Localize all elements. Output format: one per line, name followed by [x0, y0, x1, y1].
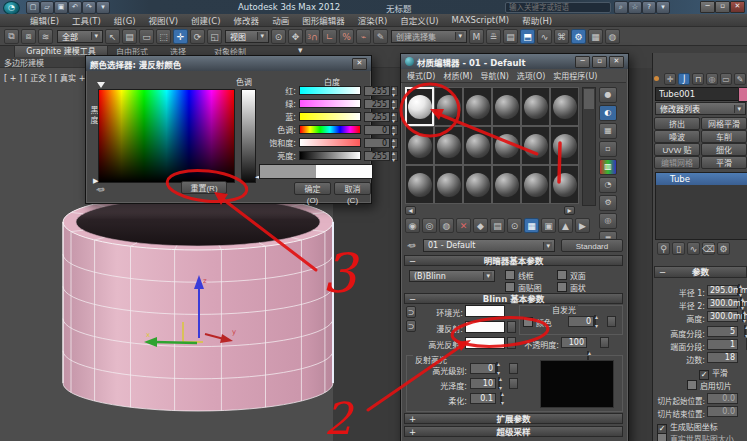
red-value[interactable]: 255 — [364, 86, 390, 96]
curve-editor-icon[interactable]: ∿ — [537, 29, 552, 44]
help-dropdown-icon[interactable]: ▾ — [656, 1, 670, 14]
configure-modifier-sets-icon[interactable]: ⚙ — [717, 242, 730, 255]
menu-rendering[interactable]: 渲染(R) — [358, 14, 388, 26]
search-input[interactable] — [505, 2, 611, 13]
material-editor-close-icon[interactable]: ✕ — [609, 56, 624, 68]
rectangular-region-icon[interactable]: ▭ — [139, 29, 154, 44]
green-slider[interactable] — [299, 99, 361, 108]
mirror-icon[interactable]: M — [469, 29, 484, 44]
eyedropper-icon[interactable]: ✎ — [96, 184, 110, 197]
slice-to-value[interactable]: 0.0 — [707, 406, 738, 417]
show-map-in-viewport-icon[interactable]: ▦ — [524, 218, 539, 233]
maximize-button[interactable]: ▫ — [715, 1, 730, 13]
specular-level-spinner[interactable] — [496, 362, 498, 374]
angle-snap-icon[interactable]: ∟ — [322, 29, 337, 44]
help-icon[interactable]: ? — [642, 1, 656, 14]
select-and-link-icon[interactable]: ⧉ — [4, 29, 19, 44]
modifier-stack[interactable]: Tube — [655, 172, 747, 240]
select-and-scale-icon[interactable]: ◱ — [207, 29, 222, 44]
saturation-value[interactable]: 0 — [364, 138, 390, 148]
specular-color-swatch[interactable] — [465, 337, 505, 349]
schematic-view-icon[interactable]: ⌘ — [554, 29, 569, 44]
diffuse-map-button[interactable] — [507, 321, 516, 333]
hue-marker-icon[interactable] — [97, 82, 105, 88]
menu-animation[interactable]: 动画 — [272, 14, 289, 26]
modifier-button-edit-mesh[interactable]: 编辑网格 — [654, 156, 700, 169]
color-picker-title-bar[interactable]: 颜色选择器: 漫反射颜色 ✕ — [86, 56, 371, 71]
menu-modes[interactable]: 模式(D) — [407, 70, 435, 81]
two-sided-checkbox[interactable]: 双面 — [557, 270, 586, 281]
window-crossing-icon[interactable]: ⬚ — [156, 29, 171, 44]
specular-level-map-button[interactable] — [509, 363, 518, 374]
unlink-selection-icon[interactable]: ⧈ — [21, 29, 36, 44]
make-unique-stack-icon[interactable]: ∿ — [687, 242, 700, 255]
soften-spinner[interactable] — [500, 392, 502, 404]
menu-group[interactable]: 组(G) — [114, 14, 136, 26]
redo-icon[interactable]: ↷ — [82, 1, 96, 14]
material-slot[interactable] — [434, 87, 463, 126]
height-segments-spinner[interactable] — [744, 325, 746, 337]
self-illum-value[interactable]: 0 — [568, 316, 594, 327]
material-slot[interactable] — [550, 87, 579, 126]
self-illum-spinner[interactable] — [594, 315, 596, 327]
material-slot[interactable] — [405, 126, 434, 165]
material-slot[interactable] — [550, 165, 579, 204]
menu-navigation[interactable]: 导航(N) — [481, 70, 509, 81]
real-world-map-size-checkbox[interactable]: 真实世界贴图大小 — [657, 433, 734, 441]
rollout-blinn-basic[interactable]: −Blinn 基本参数 — [404, 293, 623, 304]
material-slot[interactable] — [463, 126, 492, 165]
faceted-checkbox[interactable]: 面状 — [557, 282, 586, 293]
graphite-toggle-icon[interactable]: ⬒ — [520, 29, 535, 44]
ambient-color-swatch[interactable] — [465, 305, 505, 317]
shader-type-dropdown[interactable]: (B)Blinn▾ — [409, 270, 495, 282]
hue-value[interactable]: 0 — [364, 125, 390, 135]
search-icon[interactable]: ⌕ — [614, 1, 628, 14]
stack-item-tube[interactable]: Tube — [656, 173, 747, 185]
menu-graph-editors[interactable]: 图形编辑器 — [302, 14, 345, 26]
material-slot[interactable] — [492, 87, 521, 126]
reset-button[interactable]: 重置(R) — [181, 181, 227, 194]
value-value[interactable]: 255 — [364, 151, 390, 161]
menu-tools[interactable]: 工具(T) — [72, 14, 101, 26]
material-editor-minimize-icon[interactable]: ─ — [575, 56, 590, 68]
material-slot[interactable] — [492, 126, 521, 165]
value-spinner[interactable] — [391, 151, 398, 161]
put-to-library-icon[interactable]: ▤ — [490, 218, 505, 233]
tab-display-icon[interactable]: ▭ — [720, 73, 732, 85]
select-by-name-icon[interactable]: ▤ — [122, 29, 137, 44]
menu-material[interactable]: 材质(M) — [443, 70, 472, 81]
rollout-parameters[interactable]: −参数 — [654, 266, 747, 278]
edit-named-sets-icon[interactable]: ✎ — [373, 29, 388, 44]
menu-maxscript[interactable]: MAXScript(M) — [452, 15, 510, 25]
backlight-icon[interactable]: ◐ — [599, 105, 617, 121]
material-type-button[interactable]: Standard — [561, 239, 623, 252]
select-and-manipulate-icon[interactable]: ✥ — [288, 29, 303, 44]
whiteness-bar[interactable] — [241, 89, 256, 183]
material-editor-maximize-icon[interactable]: ▫ — [592, 56, 607, 68]
green-value[interactable]: 255 — [364, 99, 390, 109]
menu-customize[interactable]: 自定义(U) — [400, 14, 438, 26]
tab-utilities-icon[interactable]: ✎ — [734, 73, 746, 85]
undo-icon[interactable]: ↶ — [68, 1, 82, 14]
modifier-button-tessellate[interactable]: 细化 — [701, 143, 747, 156]
specular-level-value[interactable]: 0 — [470, 363, 496, 374]
slot-scrollbar[interactable] — [582, 87, 596, 206]
reference-coordinate-dropdown[interactable]: 视图▾ — [225, 30, 269, 43]
self-illum-color-checkbox[interactable]: 颜色 — [523, 317, 552, 328]
object-color-swatch[interactable] — [738, 87, 747, 102]
glossiness-map-button[interactable] — [509, 378, 518, 389]
go-forward-icon[interactable]: ▶ — [575, 218, 590, 233]
red-slider[interactable] — [299, 86, 361, 95]
material-editor-title-bar[interactable]: 材质编辑器 - 01 - Default ─ ▫ ✕ — [401, 54, 628, 69]
open-file-icon[interactable]: ▱ — [40, 1, 54, 14]
menu-views[interactable]: 视图(V) — [149, 14, 178, 26]
modifier-button-meshsmooth[interactable]: 网格平滑 — [701, 117, 747, 130]
select-object-icon[interactable]: ↖ — [105, 29, 120, 44]
lock-diffuse-specular-icon[interactable]: ⊃ — [406, 320, 416, 332]
cancel-button[interactable]: 取消(C) — [334, 182, 371, 195]
layer-manager-icon[interactable]: ▤ — [503, 29, 518, 44]
close-button[interactable]: ✕ — [730, 1, 745, 13]
blue-value[interactable]: 255 — [364, 112, 390, 122]
material-slot[interactable] — [434, 126, 463, 165]
tab-hierarchy-icon[interactable]: ⊓ — [692, 73, 704, 85]
